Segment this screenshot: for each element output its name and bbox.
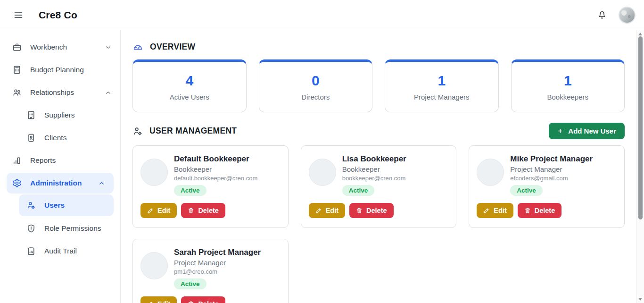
edit-label: Edit [157, 300, 170, 303]
user-card: Default Bookkeeper Bookkeeper default.bo… [132, 145, 289, 228]
stat-label: Project Managers [414, 93, 470, 101]
sidebar-item-reports[interactable]: Reports [0, 149, 120, 172]
overview-heading: OVERVIEW [132, 42, 625, 52]
sidebar-item-label: Workbench [30, 43, 96, 51]
trash-icon [356, 207, 363, 214]
user-email: efcoders@gmail.com [510, 175, 593, 182]
edit-label: Edit [326, 207, 339, 214]
trash-icon [524, 207, 531, 214]
delete-button[interactable]: Delete [181, 203, 225, 218]
stat-card-directors: 0 Directors [259, 59, 373, 112]
status-badge: Active [174, 185, 206, 196]
edit-button[interactable]: Edit [309, 203, 345, 218]
overview-title: OVERVIEW [150, 42, 195, 52]
sidebar-item-users[interactable]: Users [19, 194, 114, 216]
status-badge: Active [174, 278, 206, 289]
main-content: OVERVIEW 4 Active Users 0 Directors 1 Pr… [121, 30, 644, 303]
sidebar-item-label: Clients [44, 134, 112, 142]
vertical-scrollbar[interactable] [636, 30, 644, 303]
edit-label: Edit [157, 207, 170, 214]
user-avatar[interactable] [619, 7, 636, 24]
user-card-avatar [477, 159, 504, 186]
user-name: Sarah Project Manager [174, 248, 261, 257]
plus-icon [557, 128, 563, 134]
stat-card-project-managers: 1 Project Managers [385, 59, 499, 112]
user-email: pm1@creo.com [174, 268, 261, 275]
gauge-icon [132, 42, 143, 52]
sidebar-item-label: Suppliers [44, 111, 112, 119]
delete-label: Delete [198, 300, 219, 303]
delete-label: Delete [366, 207, 387, 214]
building-icon [26, 110, 36, 120]
user-role: Bookkeeper [174, 165, 257, 173]
gear-icon [12, 178, 22, 188]
scroll-up-arrow-icon[interactable] [638, 33, 642, 35]
edit-button[interactable]: Edit [140, 203, 177, 218]
user-role: Project Manager [510, 165, 593, 173]
delete-button[interactable]: Delete [181, 296, 225, 303]
hamburger-menu-icon[interactable] [10, 7, 26, 23]
delete-label: Delete [198, 207, 219, 214]
client-badge-icon [26, 133, 36, 143]
stat-value: 4 [185, 73, 193, 89]
delete-button[interactable]: Delete [349, 203, 394, 218]
stats-grid: 4 Active Users 0 Directors 1 Project Man… [132, 59, 625, 112]
sidebar-item-role-permissions[interactable]: Role Permissions [0, 217, 120, 240]
user-name: Lisa Bookkeeper [342, 154, 406, 164]
sidebar-item-suppliers[interactable]: Suppliers [0, 104, 120, 126]
bar-chart-icon [12, 156, 22, 165]
stat-value: 0 [312, 73, 320, 89]
sidebar: Workbench Budget Planning Relationships [0, 30, 121, 303]
user-name: Mike Project Manager [510, 154, 593, 164]
sidebar-item-workbench[interactable]: Workbench [0, 36, 120, 59]
pencil-icon [147, 207, 154, 214]
delete-label: Delete [535, 207, 555, 214]
sidebar-item-label: Users [44, 201, 105, 210]
top-header: Cre8 Co [0, 0, 644, 30]
sidebar-item-label: Reports [30, 156, 112, 165]
sidebar-item-administration[interactable]: Administration [7, 173, 114, 194]
edit-label: Edit [494, 207, 506, 214]
user-email: default.bookkeeper@creo.com [174, 175, 257, 182]
stat-label: Directors [301, 93, 330, 101]
stat-value: 1 [438, 73, 446, 89]
audit-clipboard-icon [26, 246, 36, 256]
edit-button[interactable]: Edit [477, 203, 513, 218]
add-new-user-label: Add New User [568, 127, 616, 135]
stat-value: 1 [564, 73, 572, 89]
brand-title: Cre8 Co [39, 9, 77, 21]
sidebar-item-audit-trail[interactable]: Audit Trail [0, 240, 120, 262]
trash-icon [188, 301, 194, 303]
user-card-avatar [140, 159, 168, 186]
sidebar-item-label: Audit Trail [44, 247, 112, 255]
notifications-bell-icon[interactable] [597, 10, 607, 20]
status-badge: Active [342, 185, 375, 196]
trash-icon [188, 207, 194, 214]
pencil-icon [147, 301, 154, 303]
user-card-avatar [309, 159, 336, 186]
stat-label: Active Users [170, 93, 209, 101]
user-management-title: USER MANAGEMENT [149, 126, 237, 136]
user-role: Bookkeeper [342, 165, 406, 173]
shield-icon [26, 224, 36, 233]
edit-button[interactable]: Edit [140, 296, 177, 303]
user-card: Lisa Bookkeeper Bookkeeper bookkeeper@cr… [301, 145, 457, 228]
delete-button[interactable]: Delete [518, 203, 562, 218]
sidebar-item-relationships[interactable]: Relationships [0, 81, 120, 104]
stat-card-bookkeepers: 1 Bookkeepers [511, 59, 625, 112]
sidebar-item-budget-planning[interactable]: Budget Planning [0, 59, 120, 81]
chevron-up-icon [98, 180, 105, 187]
user-card: Sarah Project Manager Project Manager pm… [132, 239, 289, 303]
sidebar-item-label: Relationships [30, 88, 96, 97]
status-badge: Active [510, 185, 543, 196]
users-grid: Default Bookkeeper Bookkeeper default.bo… [132, 145, 625, 303]
sidebar-item-label: Budget Planning [30, 66, 112, 74]
sidebar-item-label: Role Permissions [44, 224, 112, 233]
stat-label: Bookkeepers [547, 93, 588, 101]
add-new-user-button[interactable]: Add New User [549, 123, 625, 139]
user-gear-icon [132, 126, 143, 136]
sidebar-item-clients[interactable]: Clients [0, 126, 120, 149]
user-card: Mike Project Manager Project Manager efc… [469, 145, 625, 228]
scrollbar-thumb[interactable] [638, 36, 643, 219]
scroll-down-arrow-icon[interactable] [638, 298, 642, 301]
